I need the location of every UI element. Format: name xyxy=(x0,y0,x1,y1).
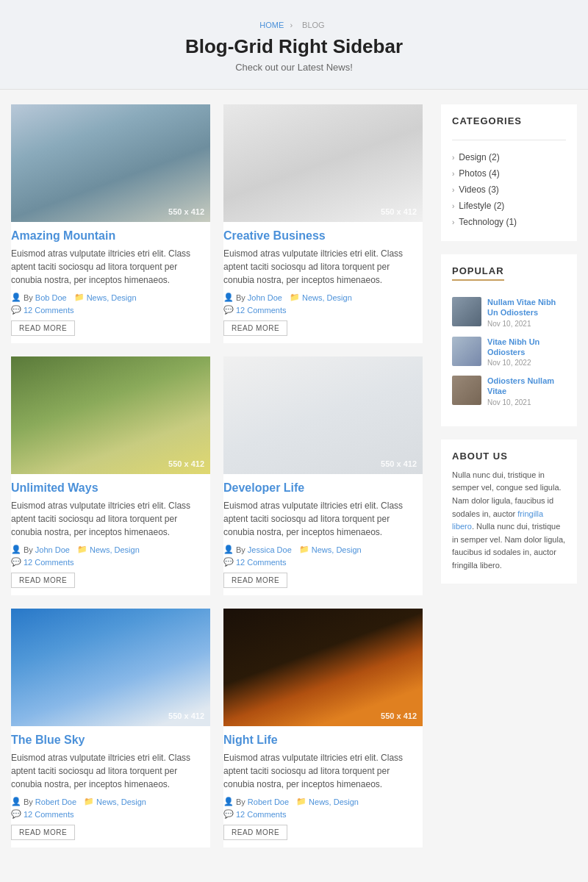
post-excerpt: Euismod atras vulputate iltricies etri e… xyxy=(223,751,423,791)
post-meta: 👤By Bob Doe 📁News, Design 💬12 Comments xyxy=(11,293,210,315)
popular-item-2[interactable]: Vitae Nibh Un Odiosters Nov 10, 2022 xyxy=(452,337,566,368)
comment-icon: 💬 xyxy=(11,305,21,315)
category-item-lifestyle[interactable]: › Lifestyle (2) xyxy=(452,198,566,214)
author-link[interactable]: John Doe xyxy=(248,293,282,302)
post-card-night-life: 550 x 412 Night Life Euismod atras vulpu… xyxy=(223,609,423,847)
comments-link[interactable]: 12 Comments xyxy=(236,306,286,315)
popular-info-3: Odiosters Nullam Vitae Nov 10, 2021 xyxy=(487,376,566,406)
categories-section: CATEGORIES › Design (2) › Photos (4) › V… xyxy=(441,104,577,241)
post-title-unlimited-ways[interactable]: Unlimited Ways xyxy=(11,481,210,495)
user-icon: 👤 xyxy=(223,797,234,806)
folder-icon: 📁 xyxy=(84,797,94,806)
post-image-placeholder: 550 x 412 xyxy=(223,104,423,222)
comments-link[interactable]: 12 Comments xyxy=(24,810,74,819)
popular-thumb-1 xyxy=(452,297,481,326)
chevron-right-icon: › xyxy=(452,154,454,162)
popular-item-3[interactable]: Odiosters Nullam Vitae Nov 10, 2021 xyxy=(452,376,566,406)
page-header: HOME › BLOG Blog-Grid Right Sidebar Chec… xyxy=(0,0,588,90)
read-more-button[interactable]: READ MORE xyxy=(223,573,287,588)
post-card-developer-life: 550 x 412 Developer Life Euismod atras v… xyxy=(223,356,423,595)
post-excerpt: Euismod atras vulputate iltricies etri e… xyxy=(11,751,210,791)
comments-link[interactable]: 12 Comments xyxy=(24,558,74,567)
post-card-unlimited-ways: 550 x 412 Unlimited Ways Euismod atras v… xyxy=(11,356,210,595)
author-link[interactable]: Robert Doe xyxy=(35,797,76,806)
category-link[interactable]: News, Design xyxy=(309,797,359,806)
main-layout: 550 x 412 Amazing Mountain Euismod atras… xyxy=(0,90,588,862)
author-link[interactable]: John Doe xyxy=(35,545,70,554)
comments-link[interactable]: 12 Comments xyxy=(236,810,286,819)
category-link[interactable]: News, Design xyxy=(312,545,362,554)
author-link[interactable]: Bob Doe xyxy=(35,293,67,302)
post-card-amazing-mountain: 550 x 412 Amazing Mountain Euismod atras… xyxy=(11,104,210,343)
post-card-creative-business: 550 x 412 Creative Business Euismod atra… xyxy=(223,104,423,343)
category-link[interactable]: News, Design xyxy=(302,293,352,302)
author-link[interactable]: Robert Doe xyxy=(248,797,289,806)
category-item-photos[interactable]: › Photos (4) xyxy=(452,165,566,182)
post-image-developer-life[interactable]: 550 x 412 xyxy=(223,356,423,474)
breadcrumb-home[interactable]: HOME xyxy=(259,21,284,29)
divider xyxy=(452,140,566,140)
page-title: Blog-Grid Right Sidebar xyxy=(15,35,573,58)
popular-thumb-3 xyxy=(452,376,481,405)
post-image-placeholder: 550 x 412 xyxy=(223,609,423,726)
post-title-creative-business[interactable]: Creative Business xyxy=(223,229,423,243)
category-item-design[interactable]: › Design (2) xyxy=(452,149,566,165)
post-image-placeholder: 550 x 412 xyxy=(11,609,210,726)
category-item-videos[interactable]: › Videos (3) xyxy=(452,182,566,198)
category-link[interactable]: News, Design xyxy=(96,797,146,806)
folder-icon: 📁 xyxy=(296,797,306,806)
user-icon: 👤 xyxy=(11,797,21,806)
user-icon: 👤 xyxy=(11,545,21,554)
category-item-technology[interactable]: › Technology (1) xyxy=(452,214,566,230)
popular-thumb-2 xyxy=(452,337,481,366)
comment-icon: 💬 xyxy=(11,809,21,819)
popular-item-1[interactable]: Nullam Vitae Nibh Un Odiosters Nov 10, 2… xyxy=(452,297,566,328)
user-icon: 👤 xyxy=(223,293,234,302)
about-section: ABOUT US Nulla nunc dui, tristique in se… xyxy=(441,440,577,584)
post-image-unlimited-ways[interactable]: 550 x 412 xyxy=(11,356,210,474)
chevron-right-icon: › xyxy=(452,202,454,210)
comment-icon: 💬 xyxy=(223,305,234,315)
read-more-button[interactable]: READ MORE xyxy=(11,573,75,588)
author-link[interactable]: Jessica Doe xyxy=(248,545,292,554)
chevron-right-icon: › xyxy=(452,170,454,178)
post-image-blue-sky[interactable]: 550 x 412 xyxy=(11,609,210,726)
folder-icon: 📁 xyxy=(74,293,85,302)
read-more-button[interactable]: READ MORE xyxy=(11,320,75,336)
post-title-amazing-mountain[interactable]: Amazing Mountain xyxy=(11,229,210,243)
post-excerpt: Euismod atras vulputate iltricies etri e… xyxy=(11,499,210,539)
read-more-button[interactable]: READ MORE xyxy=(11,825,75,840)
breadcrumb-current: BLOG xyxy=(302,21,325,29)
post-title-blue-sky[interactable]: The Blue Sky xyxy=(11,734,210,747)
popular-date-3: Nov 10, 2021 xyxy=(487,398,566,406)
page-subtitle: Check out our Latest News! xyxy=(15,62,573,73)
about-title: ABOUT US xyxy=(452,451,566,462)
post-title-developer-life[interactable]: Developer Life xyxy=(223,481,423,495)
post-excerpt: Euismod atras vulputate iltricies etri e… xyxy=(223,499,423,539)
post-image-creative-business[interactable]: 550 x 412 xyxy=(223,104,423,222)
category-link[interactable]: News, Design xyxy=(87,293,137,302)
comment-icon: 💬 xyxy=(11,557,21,567)
comment-icon: 💬 xyxy=(223,557,234,567)
popular-post-title-1: Nullam Vitae Nibh Un Odiosters xyxy=(487,297,566,318)
folder-icon: 📁 xyxy=(290,293,300,302)
popular-title: POPULAR xyxy=(452,265,504,281)
read-more-button[interactable]: READ MORE xyxy=(223,825,287,840)
post-excerpt: Euismod atras vulputate iltricies etri e… xyxy=(223,247,423,287)
folder-icon: 📁 xyxy=(77,545,87,554)
comments-link[interactable]: 12 Comments xyxy=(236,558,286,567)
user-icon: 👤 xyxy=(11,293,21,302)
breadcrumb: HOME › BLOG xyxy=(15,21,573,29)
post-image-placeholder: 550 x 412 xyxy=(223,356,423,474)
popular-info-2: Vitae Nibh Un Odiosters Nov 10, 2022 xyxy=(487,337,566,368)
comment-icon: 💬 xyxy=(223,809,234,819)
post-image-amazing-mountain[interactable]: 550 x 412 xyxy=(11,104,210,222)
category-list: › Design (2) › Photos (4) › Videos (3) ›… xyxy=(452,149,566,230)
category-link[interactable]: News, Design xyxy=(90,545,140,554)
popular-section: POPULAR Nullam Vitae Nibh Un Odiosters N… xyxy=(441,254,577,426)
post-meta: 👤By Jessica Doe 📁News, Design 💬12 Commen… xyxy=(223,545,423,567)
read-more-button[interactable]: READ MORE xyxy=(223,320,287,336)
comments-link[interactable]: 12 Comments xyxy=(24,306,74,315)
post-image-night-life[interactable]: 550 x 412 xyxy=(223,609,423,726)
post-title-night-life[interactable]: Night Life xyxy=(223,734,423,747)
